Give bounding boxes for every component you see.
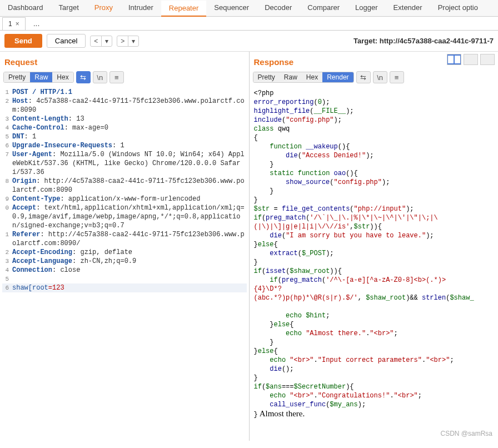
request-view-toolbar: Pretty Raw Hex ⇆ \n ≡ xyxy=(0,70,249,87)
rendered-output: Almost there. xyxy=(258,409,305,418)
tab-extender[interactable]: Extender xyxy=(386,0,430,16)
response-view-hex[interactable]: Hex xyxy=(302,72,322,82)
tab-decoder[interactable]: Decoder xyxy=(257,0,300,16)
layout-columns-button[interactable] xyxy=(447,54,461,65)
main-tab-bar: Dashboard Target Proxy Intruder Repeater… xyxy=(0,0,498,17)
request-view-pretty[interactable]: Pretty xyxy=(4,72,30,82)
response-view-toolbar: Pretty Raw Hex Render ⇆ \n ≡ xyxy=(250,70,499,87)
response-view-pretty[interactable]: Pretty xyxy=(253,72,280,82)
tab-project-options[interactable]: Project optio xyxy=(430,0,486,16)
cancel-button[interactable]: Cancel xyxy=(47,34,86,48)
history-forward-group: > ▾ xyxy=(117,36,139,47)
request-title: Request xyxy=(0,52,249,70)
response-viewer[interactable]: <?php error_reporting(0); highlight_file… xyxy=(250,87,499,425)
add-tab-button[interactable]: ... xyxy=(28,17,46,30)
request-view-raw[interactable]: Raw xyxy=(30,72,52,82)
back-menu-button[interactable]: ▾ xyxy=(102,36,112,46)
newline-icon[interactable]: \n xyxy=(93,71,107,83)
tab-comparer[interactable]: Comparer xyxy=(300,0,347,16)
request-view-hex[interactable]: Hex xyxy=(52,72,73,82)
newline-icon[interactable]: \n xyxy=(373,71,387,83)
action-toolbar: Send Cancel < ▾ > ▾ Target: http://4c57a… xyxy=(0,31,498,52)
tab-repeater[interactable]: Repeater xyxy=(161,1,206,17)
response-pane: Response Pretty Raw Hex Render ⇆ \n ≡ <?… xyxy=(250,52,499,441)
layout-switcher xyxy=(447,54,495,65)
tab-proxy[interactable]: Proxy xyxy=(87,0,121,16)
request-pane: Request Pretty Raw Hex ⇆ \n ≡ 1POST / HT… xyxy=(0,52,250,441)
tab-dashboard[interactable]: Dashboard xyxy=(0,0,51,16)
repeater-tab-1-label: 1 xyxy=(8,20,12,28)
forward-menu-button[interactable]: ▾ xyxy=(128,36,138,46)
repeater-tab-1[interactable]: 1 × xyxy=(2,17,26,30)
request-editor[interactable]: 1POST / HTTP/1.1 2Host: 4c57a388-caa2-44… xyxy=(0,87,249,298)
menu-icon[interactable]: ≡ xyxy=(109,71,124,83)
forward-button[interactable]: > xyxy=(117,36,128,46)
send-button[interactable]: Send xyxy=(4,34,42,48)
tab-intruder[interactable]: Intruder xyxy=(121,0,161,16)
history-back-group: < ▾ xyxy=(90,36,112,47)
menu-icon[interactable]: ≡ xyxy=(390,71,404,83)
tab-logger[interactable]: Logger xyxy=(347,0,385,16)
tab-sequencer[interactable]: Sequencer xyxy=(206,0,257,16)
response-view-toggle: Pretty Raw Hex Render xyxy=(253,72,354,83)
request-view-toggle: Pretty Raw Hex xyxy=(3,72,74,83)
layout-rows-button[interactable] xyxy=(464,54,478,65)
wrap-icon[interactable]: ⇆ xyxy=(76,71,91,83)
target-label: Target: http://4c57a388-caa2-441c-9711-7 xyxy=(353,37,494,45)
close-icon[interactable]: × xyxy=(16,20,19,28)
wrap-icon[interactable]: ⇆ xyxy=(356,71,371,83)
repeater-sub-tabs: 1 × ... xyxy=(0,17,498,31)
back-button[interactable]: < xyxy=(91,36,102,46)
tab-target[interactable]: Target xyxy=(51,0,87,16)
response-view-render[interactable]: Render xyxy=(322,72,353,82)
layout-single-button[interactable] xyxy=(480,54,495,65)
response-view-raw[interactable]: Raw xyxy=(280,72,302,82)
watermark: CSDN @samRsa xyxy=(440,430,492,437)
